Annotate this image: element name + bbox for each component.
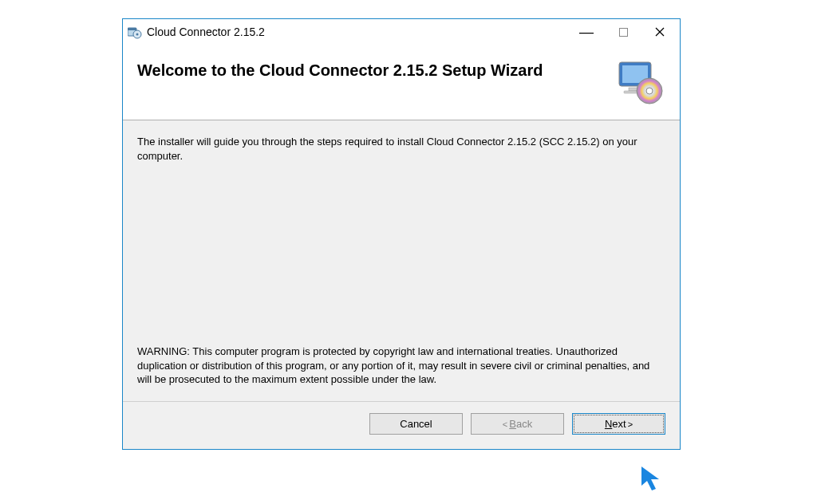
back-button: < Back (471, 413, 564, 435)
warning-text: WARNING: This computer program is protec… (137, 345, 665, 387)
chevron-left-icon: < (503, 419, 507, 429)
back-mnemonic: B (509, 418, 516, 430)
next-mnemonic: N (605, 418, 612, 430)
window-title: Cloud Connector 2.15.2 (147, 26, 568, 38)
intro-text: The installer will guide you through the… (137, 135, 665, 163)
svg-marker-13 (641, 467, 659, 490)
svg-rect-4 (619, 28, 627, 36)
svg-point-12 (646, 88, 653, 94)
window-controls: — (568, 20, 678, 44)
chevron-right-icon: > (628, 419, 633, 429)
installer-icon (128, 25, 142, 39)
button-row: Cancel < Back Next > (123, 402, 680, 449)
next-rest: ext (612, 418, 626, 430)
wizard-body: The installer will guide you through the… (123, 120, 680, 401)
installer-window: Cloud Connector 2.15.2 — Welcome to the … (122, 18, 681, 450)
close-button[interactable] (641, 20, 678, 44)
svg-point-3 (136, 33, 139, 36)
wizard-header: Welcome to the Cloud Connector 2.15.2 Se… (123, 45, 680, 120)
cursor-icon (638, 465, 670, 497)
computer-disc-icon (614, 61, 665, 105)
minimize-button[interactable]: — (568, 20, 605, 44)
cancel-label: Cancel (400, 418, 432, 430)
back-rest: ack (516, 418, 532, 430)
cancel-button[interactable]: Cancel (369, 413, 463, 435)
svg-rect-1 (128, 28, 136, 30)
next-button[interactable]: Next > (572, 413, 665, 435)
wizard-heading: Welcome to the Cloud Connector 2.15.2 Se… (137, 61, 614, 81)
titlebar: Cloud Connector 2.15.2 — (123, 19, 680, 45)
maximize-button[interactable] (605, 20, 641, 44)
